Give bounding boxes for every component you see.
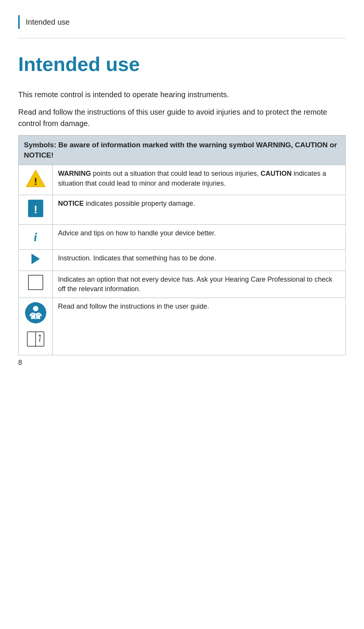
table-row: Indicates an option that not every devic… <box>19 271 346 298</box>
svg-point-5 <box>33 306 38 311</box>
checkbox-square-icon <box>28 275 43 290</box>
page-number: 8 <box>18 359 22 367</box>
info-i-icon: i <box>34 229 37 246</box>
notice-icon-cell: ! <box>19 195 53 224</box>
warning-icon-cell: ! <box>19 165 53 195</box>
breadcrumb-accent-bar <box>18 15 20 29</box>
info-icon-cell: i <box>19 224 53 249</box>
read-instructions-text-cell: Read and follow the instructions in the … <box>53 298 346 355</box>
checkbox-icon-cell <box>19 271 53 298</box>
svg-text:!: ! <box>34 203 38 216</box>
stacked-icons: i <box>24 302 47 351</box>
symbols-desc: Be aware of information marked with the … <box>24 141 337 159</box>
notice-text-cell: NOTICE indicates possible property damag… <box>53 195 346 224</box>
table-row: i Advice and tips on how to handle your … <box>19 224 346 249</box>
intro-paragraph-2: Read and follow the instructions of this… <box>18 106 346 129</box>
play-arrow-icon <box>31 254 40 264</box>
svg-point-4 <box>25 302 46 323</box>
breadcrumb-title: Intended use <box>26 18 70 27</box>
symbols-label: Symbols: <box>24 141 56 149</box>
instruction-text-cell: Instruction. Indicates that something ha… <box>53 249 346 271</box>
symbols-table: Symbols: Be aware of information marked … <box>18 135 346 355</box>
info-text-cell: Advice and tips on how to handle your de… <box>53 224 346 249</box>
table-row: i Read and follow the instructions in th… <box>19 298 346 355</box>
play-icon-cell <box>19 249 53 271</box>
page-title: Intended use <box>18 54 346 75</box>
symbols-header-cell: Symbols: Be aware of information marked … <box>19 136 346 165</box>
read-book-icon-cell: i <box>19 298 53 355</box>
table-row: ! WARNING points out a situation that co… <box>19 165 346 195</box>
warning-text-cell: WARNING points out a situation that coul… <box>53 165 346 195</box>
intro-paragraph-1: This remote control is intended to opera… <box>18 89 346 100</box>
checkbox-text-cell: Indicates an option that not every devic… <box>53 271 346 298</box>
svg-text:!: ! <box>34 176 37 187</box>
notice-exclamation-icon: ! <box>27 199 44 218</box>
svg-point-9 <box>39 335 41 337</box>
symbols-header-row: Symbols: Be aware of information marked … <box>19 136 346 165</box>
table-row: ! NOTICE indicates possible property dam… <box>19 195 346 224</box>
breadcrumb: Intended use <box>18 15 346 38</box>
person-reading-icon <box>25 302 47 326</box>
svg-text:i: i <box>39 336 41 343</box>
table-row: Instruction. Indicates that something ha… <box>19 249 346 271</box>
warning-triangle-icon: ! <box>25 169 46 188</box>
book-icon: i <box>26 330 46 351</box>
